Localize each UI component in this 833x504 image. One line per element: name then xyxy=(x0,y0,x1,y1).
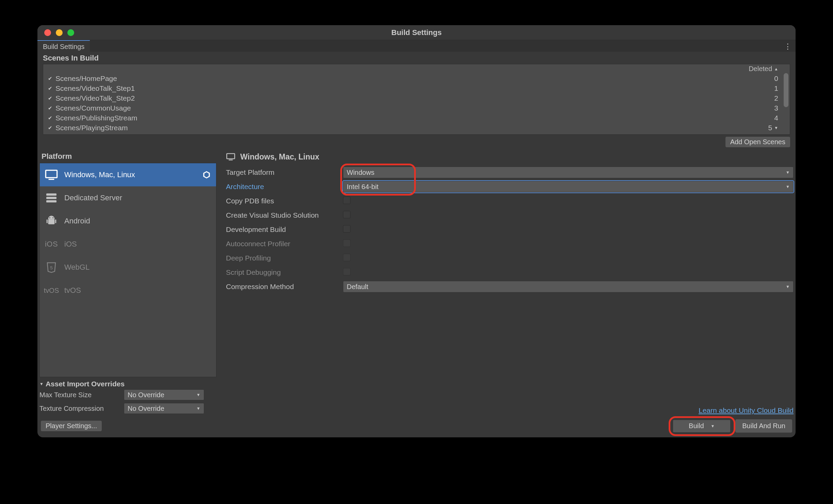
dev-build-label: Development Build xyxy=(226,225,343,234)
more-down-icon: ▼ xyxy=(774,125,778,130)
svg-rect-0 xyxy=(46,170,57,178)
copy-pdb-label: Copy PDB files xyxy=(226,197,343,205)
checkbox-icon[interactable]: ✔ xyxy=(47,105,53,111)
html5-icon: 5 xyxy=(45,261,58,274)
platform-list: Windows, Mac, Linux Dedicated Server xyxy=(39,163,216,377)
platform-android[interactable]: Android xyxy=(40,209,216,233)
scenes-title: Scenes In Build xyxy=(41,54,792,63)
scene-row[interactable]: ✔Scenes/VideoTalk_Step1 1 xyxy=(43,83,790,93)
max-texture-size-select[interactable]: No Override▼ xyxy=(124,389,204,400)
compression-label: Compression Method xyxy=(226,283,343,291)
platform-dedicated-server[interactable]: Dedicated Server xyxy=(40,186,216,209)
server-icon xyxy=(45,191,58,205)
options-panel: Windows, Mac, Linux Target Platform Wind… xyxy=(216,152,794,417)
content-body: Platform Windows, Mac, Linux Dedicated xyxy=(37,149,796,417)
scene-row[interactable]: ✔Scenes/PublishingStream 4 xyxy=(43,113,790,123)
checkbox-icon[interactable]: ✔ xyxy=(47,96,53,101)
svg-rect-1 xyxy=(49,179,54,180)
options-header: Windows, Mac, Linux xyxy=(226,152,794,162)
scene-row[interactable]: ✔Scenes/HomePage 0 xyxy=(43,73,790,83)
build-and-run-button[interactable]: Build And Run xyxy=(735,419,792,433)
add-open-scenes-button[interactable]: Add Open Scenes xyxy=(725,137,790,147)
platform-tvos[interactable]: tvOS tvOS xyxy=(40,279,216,302)
checkbox-icon[interactable]: ✔ xyxy=(47,125,53,131)
deleted-header[interactable]: Deleted ▲ xyxy=(749,65,778,73)
ios-icon: iOS xyxy=(45,237,58,251)
asset-import-overrides: ▼Asset Import Overrides Max Texture Size… xyxy=(39,377,216,417)
kebab-menu-icon[interactable]: ⋮ xyxy=(784,42,791,51)
platform-panel: Platform Windows, Mac, Linux Dedicated xyxy=(39,152,216,417)
texture-compression-select[interactable]: No Override▼ xyxy=(124,403,204,414)
build-settings-window: Build Settings Build Settings ⋮ Scenes I… xyxy=(37,25,796,437)
svg-rect-6 xyxy=(46,200,56,203)
desktop-icon xyxy=(45,168,58,182)
script-debugging-label: Script Debugging xyxy=(226,268,343,276)
svg-rect-14 xyxy=(229,159,233,160)
cloud-build-link[interactable]: Learn about Unity Cloud Build xyxy=(226,406,794,415)
footer: Player Settings... Build▼ Build And Run xyxy=(37,417,796,437)
checkbox-icon[interactable]: ✔ xyxy=(47,76,53,81)
dev-build-checkbox[interactable] xyxy=(343,225,350,233)
platform-title: Platform xyxy=(39,152,216,161)
build-button[interactable]: Build▼ xyxy=(673,420,731,433)
svg-rect-4 xyxy=(46,194,56,196)
svg-rect-8 xyxy=(47,219,48,223)
checkbox-icon[interactable]: ✔ xyxy=(47,86,53,91)
create-vs-checkbox[interactable] xyxy=(343,211,350,218)
svg-rect-7 xyxy=(48,219,55,224)
copy-pdb-checkbox[interactable] xyxy=(343,197,350,204)
window-title: Build Settings xyxy=(37,28,796,37)
platform-webgl[interactable]: 5 WebGL xyxy=(40,256,216,279)
platform-windows-mac-linux[interactable]: Windows, Mac, Linux xyxy=(40,163,216,186)
scrollbar[interactable] xyxy=(784,73,788,133)
svg-rect-13 xyxy=(227,154,234,159)
tab-build-settings[interactable]: Build Settings xyxy=(37,40,90,52)
deep-profiling-label: Deep Profiling xyxy=(226,254,343,262)
tvos-icon: tvOS xyxy=(45,284,58,297)
svg-rect-9 xyxy=(55,219,56,223)
scene-row[interactable]: ✔Scenes/VideoTalk_Step2 2 xyxy=(43,93,790,103)
target-platform-select[interactable]: Windows▼ xyxy=(343,167,794,178)
autoconnect-checkbox xyxy=(343,239,350,247)
max-texture-size-label: Max Texture Size xyxy=(39,391,120,399)
svg-point-11 xyxy=(52,217,53,218)
scene-row[interactable]: ✔Scenes/CommonUsage 3 xyxy=(43,103,790,113)
scene-row[interactable]: ✔Scenes/PlayingStream 5▼ xyxy=(43,123,790,133)
checkbox-icon[interactable]: ✔ xyxy=(47,115,53,121)
target-platform-label: Target Platform xyxy=(226,168,343,177)
architecture-select[interactable]: Intel 64-bit▼ xyxy=(343,181,794,192)
compression-select[interactable]: Default▼ xyxy=(343,281,794,292)
platform-ios[interactable]: iOS iOS xyxy=(40,233,216,256)
scenes-section: Scenes In Build Deleted ▲ ✔Scenes/HomePa… xyxy=(37,52,796,149)
svg-point-10 xyxy=(49,217,50,218)
disclosure-down-icon[interactable]: ▼ xyxy=(39,382,44,386)
unity-icon xyxy=(202,170,211,180)
create-vs-label: Create Visual Studio Solution xyxy=(226,211,343,219)
deep-profiling-checkbox xyxy=(343,254,350,261)
scenes-list[interactable]: Deleted ▲ ✔Scenes/HomePage 0 ✔Scenes/Vid… xyxy=(43,64,790,135)
android-icon xyxy=(45,214,58,228)
texture-compression-label: Texture Compression xyxy=(39,405,120,413)
tabbar: Build Settings ⋮ xyxy=(37,40,796,52)
autoconnect-label: Autoconnect Profiler xyxy=(226,240,343,248)
player-settings-button[interactable]: Player Settings... xyxy=(41,421,102,431)
titlebar: Build Settings xyxy=(37,25,796,40)
svg-rect-5 xyxy=(46,197,56,199)
script-debugging-checkbox xyxy=(343,268,350,275)
sort-up-icon: ▲ xyxy=(774,67,778,71)
architecture-label[interactable]: Architecture xyxy=(226,183,343,191)
svg-text:5: 5 xyxy=(50,265,53,270)
desktop-icon xyxy=(226,152,235,162)
